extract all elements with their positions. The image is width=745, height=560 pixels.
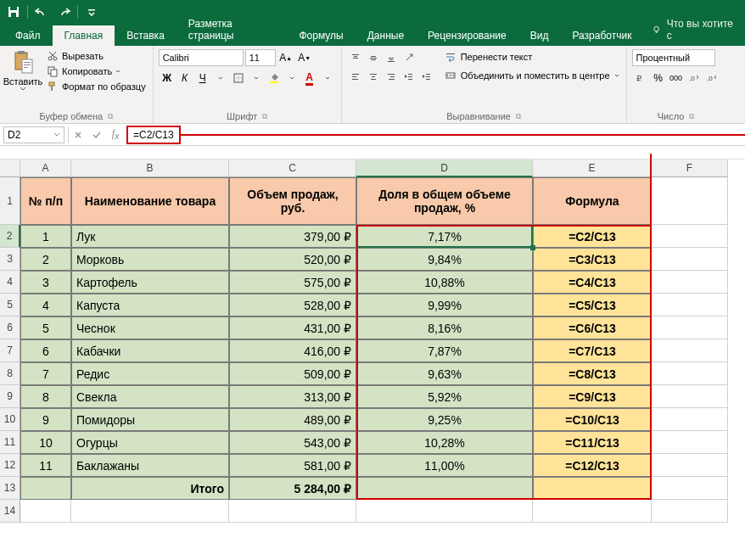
cell-B5[interactable]: Капуста (71, 294, 229, 316)
cell-E5[interactable]: =C5/C13 (533, 294, 652, 316)
copy-button[interactable]: Копировать (45, 64, 148, 78)
dialog-launcher-icon[interactable]: ⧉ (689, 112, 694, 121)
cell-F7[interactable] (652, 339, 728, 362)
cell-D6[interactable]: 8,16% (356, 316, 533, 339)
cell-C13[interactable]: 5 284,00 ₽ (229, 477, 356, 500)
border-more[interactable] (248, 70, 265, 87)
increase-font-button[interactable]: A▲ (277, 49, 294, 66)
dialog-launcher-icon[interactable]: ⧉ (108, 112, 113, 121)
cell-F4[interactable] (652, 271, 728, 294)
cell-C4[interactable]: 575,00 ₽ (229, 271, 356, 294)
cell-F1[interactable] (652, 177, 728, 225)
row-header-8[interactable]: 8 (0, 362, 20, 385)
cell-E10[interactable]: =C10/C13 (533, 408, 652, 431)
border-button[interactable] (230, 70, 247, 87)
font-color-button[interactable]: A (301, 70, 318, 87)
decrease-indent-button[interactable] (401, 68, 417, 85)
cell-B8[interactable]: Редис (71, 362, 229, 385)
cell-A6[interactable]: 5 (20, 316, 71, 339)
accounting-format-button[interactable]: ₽ (632, 70, 649, 87)
tab-data[interactable]: Данные (356, 25, 416, 46)
undo-button[interactable] (31, 3, 52, 21)
cell-E14[interactable] (533, 500, 652, 523)
cell-D8[interactable]: 9,63% (356, 362, 533, 385)
cell-A3[interactable]: 2 (20, 248, 71, 271)
cell-D1[interactable]: Доля в общем объеме продаж, % (356, 177, 533, 225)
cell-E7[interactable]: =C7/C13 (533, 339, 652, 362)
cell-B3[interactable]: Морковь (71, 248, 229, 271)
row-header-14[interactable]: 14 (0, 500, 20, 523)
row-header-9[interactable]: 9 (0, 385, 20, 408)
cut-button[interactable]: Вырезать (45, 49, 148, 63)
decrease-font-button[interactable]: A▼ (296, 49, 313, 66)
row-header-7[interactable]: 7 (0, 339, 20, 362)
cell-A13[interactable] (20, 477, 71, 500)
qat-customize[interactable] (81, 3, 102, 21)
percent-format-button[interactable]: % (650, 70, 667, 87)
cell-A4[interactable]: 3 (20, 271, 71, 294)
cell-F13[interactable] (652, 477, 728, 500)
cell-A1[interactable]: № п/п (20, 177, 71, 225)
align-middle-button[interactable] (365, 49, 382, 66)
cell-C14[interactable] (229, 500, 356, 523)
row-header-1[interactable]: 1 (0, 177, 20, 225)
dialog-launcher-icon[interactable]: ⧉ (516, 112, 521, 121)
number-format-combo[interactable]: Процентный (632, 49, 715, 66)
align-bottom-button[interactable] (383, 49, 400, 66)
fill-color-more[interactable] (283, 70, 300, 87)
cell-B9[interactable]: Свекла (71, 385, 229, 408)
cell-A5[interactable]: 4 (20, 294, 71, 316)
font-name-combo[interactable] (159, 49, 244, 66)
cell-B2[interactable]: Лук (71, 225, 229, 248)
align-center-button[interactable] (365, 68, 382, 85)
cell-F6[interactable] (652, 316, 728, 339)
wrap-text-button[interactable]: Перенести текст (443, 49, 621, 64)
cell-B14[interactable] (71, 500, 229, 523)
cell-C11[interactable]: 543,00 ₽ (229, 431, 356, 454)
col-header-F[interactable]: F (652, 160, 728, 177)
tab-developer[interactable]: Разработчик (560, 25, 643, 46)
cell-D12[interactable]: 11,00% (356, 454, 533, 477)
cell-F2[interactable] (652, 225, 728, 248)
row-header-10[interactable]: 10 (0, 408, 20, 431)
redo-button[interactable] (53, 3, 74, 21)
cell-F5[interactable] (652, 294, 728, 316)
font-size-combo[interactable] (245, 49, 276, 66)
enter-formula-button[interactable] (87, 126, 106, 144)
orientation-button[interactable] (401, 49, 417, 66)
cell-B11[interactable]: Огурцы (71, 431, 229, 454)
cancel-formula-button[interactable] (69, 126, 87, 144)
cell-F9[interactable] (652, 385, 728, 408)
underline-button[interactable]: Ч (194, 70, 211, 87)
cell-D10[interactable]: 9,25% (356, 408, 533, 431)
cell-B6[interactable]: Чеснок (71, 316, 229, 339)
col-header-B[interactable]: B (71, 160, 229, 177)
merge-center-button[interactable]: Объединить и поместить в центре (443, 68, 621, 83)
fill-color-button[interactable] (266, 70, 283, 87)
row-header-12[interactable]: 12 (0, 454, 20, 477)
decrease-decimal-button[interactable]: ,0 (703, 70, 720, 87)
bold-button[interactable]: Ж (159, 70, 176, 87)
cell-E8[interactable]: =C8/C13 (533, 362, 652, 385)
align-right-button[interactable] (383, 68, 400, 85)
save-button[interactable] (3, 3, 24, 21)
cell-C3[interactable]: 520,00 ₽ (229, 248, 356, 271)
row-header-2[interactable]: 2 (0, 225, 20, 248)
cell-A14[interactable] (20, 500, 71, 523)
cell-D5[interactable]: 9,99% (356, 294, 533, 316)
cell-A11[interactable]: 10 (20, 431, 71, 454)
increase-indent-button[interactable] (418, 68, 435, 85)
col-header-C[interactable]: C (229, 160, 356, 177)
cell-B4[interactable]: Картофель (71, 271, 229, 294)
cell-E13[interactable] (533, 477, 652, 500)
cell-D7[interactable]: 7,87% (356, 339, 533, 362)
cell-E4[interactable]: =C4/C13 (533, 271, 652, 294)
cell-C10[interactable]: 489,00 ₽ (229, 408, 356, 431)
tab-insert[interactable]: Вставка (115, 25, 176, 46)
cell-A8[interactable]: 7 (20, 362, 71, 385)
row-header-6[interactable]: 6 (0, 316, 20, 339)
cell-F12[interactable] (652, 454, 728, 477)
tab-view[interactable]: Вид (518, 25, 561, 46)
cell-B12[interactable]: Баклажаны (71, 454, 229, 477)
cell-D2[interactable]: 7,17% (356, 225, 533, 248)
